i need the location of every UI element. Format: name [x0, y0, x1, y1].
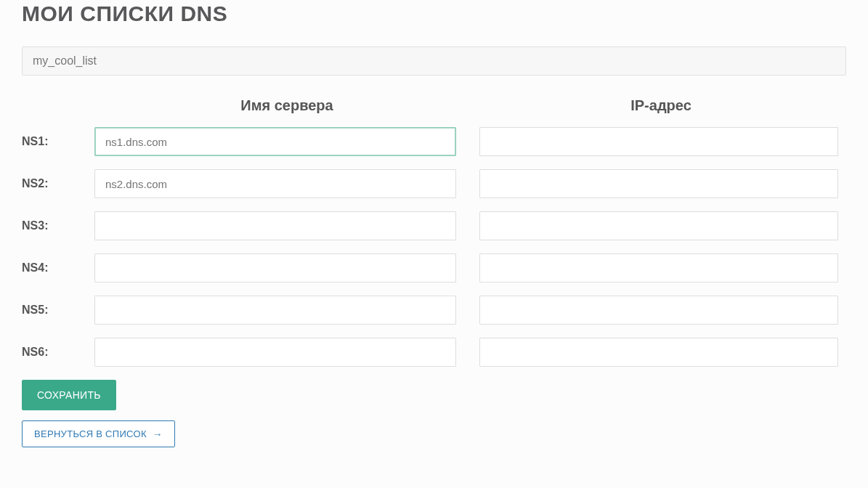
back-to-list-button[interactable]: ВЕРНУТЬСЯ В СПИСОК → — [22, 420, 175, 447]
ns5-server-input[interactable] — [94, 296, 456, 325]
ns-label: NS1: — [22, 135, 94, 148]
ns2-ip-input[interactable] — [479, 169, 838, 198]
ns5-ip-input[interactable] — [479, 296, 838, 325]
ns2-server-input[interactable] — [94, 169, 456, 198]
header-ip-address: IP-адрес — [479, 97, 843, 114]
ns-label: NS6: — [22, 346, 94, 359]
list-name-input[interactable] — [22, 46, 846, 76]
table-headers: Имя сервера IP-адрес — [22, 97, 846, 114]
button-bar: СОХРАНИТЬ ВЕРНУТЬСЯ В СПИСОК → — [22, 380, 846, 447]
ns-row: NS6: — [22, 338, 846, 367]
ns1-server-input[interactable] — [94, 127, 456, 156]
ns-label: NS5: — [22, 304, 94, 317]
arrow-right-icon: → — [153, 429, 163, 439]
ns-label: NS4: — [22, 261, 94, 274]
save-button[interactable]: СОХРАНИТЬ — [22, 380, 116, 410]
ns-label: NS3: — [22, 219, 94, 232]
ns4-server-input[interactable] — [94, 253, 456, 282]
ns1-ip-input[interactable] — [479, 127, 838, 156]
ns-row: NS5: — [22, 296, 846, 325]
header-server-name: Имя сервера — [94, 97, 479, 114]
ns3-server-input[interactable] — [94, 211, 456, 240]
ns-row: NS2: — [22, 169, 846, 198]
ns-row: NS3: — [22, 211, 846, 240]
ns-label: NS2: — [22, 177, 94, 190]
ns4-ip-input[interactable] — [479, 253, 838, 282]
ns-row: NS1: — [22, 127, 846, 156]
save-button-label: СОХРАНИТЬ — [37, 389, 101, 401]
back-to-list-label: ВЕРНУТЬСЯ В СПИСОК — [34, 428, 147, 439]
ns3-ip-input[interactable] — [479, 211, 838, 240]
page-title: МОИ СПИСКИ DNS — [22, 1, 846, 26]
ns-row: NS4: — [22, 253, 846, 282]
ns6-ip-input[interactable] — [479, 338, 838, 367]
col-spacer — [22, 97, 94, 114]
ns6-server-input[interactable] — [94, 338, 456, 367]
